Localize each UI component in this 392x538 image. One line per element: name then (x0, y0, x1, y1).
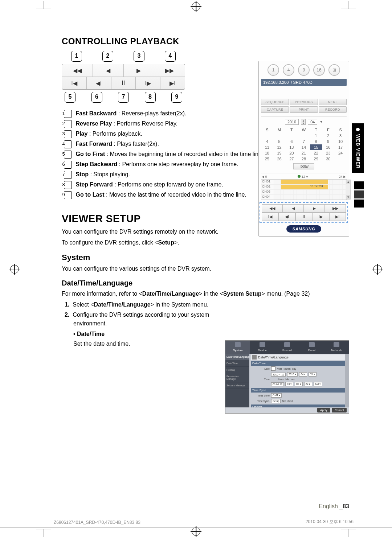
calendar-day[interactable]: 9 (322, 139, 335, 144)
date-value[interactable]: 2010-4-15 (271, 373, 286, 377)
settings-tab-event[interactable]: Event (299, 341, 324, 354)
calendar-day[interactable]: 17 (334, 144, 347, 150)
calendar-day[interactable]: 30 (322, 156, 335, 162)
vp-step-backward[interactable]: ◀I (278, 213, 295, 221)
timeline-scrollbar[interactable]: ▲▼ (346, 180, 351, 200)
vp-step-forward[interactable]: I▶ (312, 213, 329, 221)
go-last-button[interactable]: ▶I (160, 77, 185, 89)
dtl-intro: For more information, refer to <Date/Tim… (62, 289, 352, 298)
settings-side-item[interactable]: System Manage (225, 382, 249, 389)
today-button[interactable]: Today (293, 163, 314, 169)
calendar-day[interactable]: 24 (334, 150, 347, 156)
calendar-day[interactable]: 5 (273, 139, 286, 144)
month-select[interactable]: 04 ▾ (299, 372, 307, 377)
calendar-day[interactable]: 22 (310, 150, 322, 156)
split-extra-button[interactable]: ⊞ (328, 64, 340, 76)
settings-tab-network[interactable]: Network (324, 341, 349, 354)
settings-tab-device[interactable]: Device (250, 341, 275, 354)
settings-side-item[interactable]: Date/Time/Language (225, 354, 249, 360)
sec-select[interactable]: 22 ▾ (304, 382, 312, 386)
calendar-day[interactable]: 10 (334, 139, 347, 144)
vp-go-last[interactable]: ▶I (329, 213, 346, 221)
calendar-day[interactable]: 23 (322, 150, 335, 156)
playback-diagram: 1 2 3 4 ◀◀ ◀ ▶ ▶▶ I◀ ◀I II I▶ ▶I 5 6 7 (62, 51, 185, 103)
year-field[interactable]: 2010 (285, 119, 299, 125)
step-forward-button[interactable]: I▶ (136, 77, 160, 89)
vp-fast-forward[interactable]: ▶▶ (325, 204, 346, 213)
calendar-day[interactable]: 4 (261, 139, 273, 144)
cancel-button[interactable]: Cancel (332, 408, 347, 412)
step-1: 1. Select <Date/Time/Language> in the Sy… (73, 300, 229, 309)
day-select[interactable]: 15 ▾ (309, 372, 317, 377)
settings-scrollbar[interactable] (345, 354, 349, 407)
print-button[interactable]: PRINT (290, 106, 318, 113)
calendar-day[interactable]: 16 (322, 144, 335, 150)
stop-button[interactable]: II (111, 77, 136, 89)
vp-stop[interactable]: II (295, 213, 312, 221)
vp-reverse-play[interactable]: ◀ (283, 204, 304, 213)
page-footer: English _83 (319, 503, 349, 510)
tz-select[interactable]: GMT ▾ (271, 393, 282, 398)
calendar-day[interactable]: 19 (273, 150, 286, 156)
min-select[interactable]: 00 ▾ (295, 382, 303, 386)
month-field[interactable]: 04 (308, 119, 317, 125)
settings-tab-record[interactable]: Record (275, 341, 299, 354)
calendar-day[interactable]: 13 (285, 144, 298, 150)
calendar-day[interactable]: 1 (310, 133, 322, 139)
sequence-button[interactable]: SEQUENCE (261, 99, 289, 105)
settings-side-item[interactable]: Holiday (225, 367, 249, 373)
vp-go-first[interactable]: I◀ (262, 213, 278, 221)
time-value[interactable]: 03:00:22 (271, 382, 284, 386)
settings-side-item[interactable]: Date/Time (225, 360, 249, 367)
calendar-day[interactable]: 6 (285, 139, 298, 144)
date-checkbox[interactable] (271, 366, 275, 371)
calendar-day[interactable]: 15 (310, 144, 322, 150)
calendar-day[interactable]: 14 (298, 144, 310, 150)
step-backward-button[interactable]: ◀I (87, 77, 111, 89)
go-first-button[interactable]: I◀ (62, 77, 87, 89)
previous-button[interactable]: PREVIOUS (290, 99, 318, 105)
calendar-day[interactable]: 27 (285, 156, 298, 162)
timeline-row-ch04[interactable]: CH04 (261, 194, 346, 200)
timeline-row-ch03[interactable]: CH03 (261, 189, 346, 194)
calendar-day[interactable]: 8 (310, 139, 322, 144)
timesync-setup-button[interactable]: Setup (271, 399, 281, 403)
vp-fast-backward[interactable]: ◀◀ (262, 204, 283, 213)
settings-tab-system[interactable]: System (225, 341, 250, 354)
calendar-day[interactable]: 12 (273, 144, 286, 150)
year-spinner[interactable]: ▲▼ (301, 119, 306, 125)
play-button[interactable]: ▶ (124, 64, 155, 77)
calendar-day[interactable]: 28 (298, 156, 310, 162)
split-1-button[interactable]: 1 (268, 64, 279, 76)
print-meta: Z6806127401A_SRD-470,470D-IB_EN83 83 (54, 520, 140, 525)
split-16-button[interactable]: 16 (313, 64, 325, 76)
settings-side-item[interactable]: Permission Manage (225, 373, 249, 382)
fast-forward-button[interactable]: ▶▶ (154, 64, 185, 77)
calendar-day[interactable]: 11 (261, 144, 273, 150)
calendar-day[interactable]: 18 (261, 150, 273, 156)
fast-backward-button[interactable]: ◀◀ (62, 64, 93, 77)
apply-button[interactable]: Apply (317, 408, 330, 412)
next-button[interactable]: NEXT (319, 99, 347, 105)
calendar-day[interactable]: 21 (298, 150, 310, 156)
reverse-play-button[interactable]: ◀ (93, 64, 124, 77)
year-select[interactable]: 2010 ▾ (287, 372, 298, 377)
record-button[interactable]: RECORD (319, 106, 347, 113)
hour-select[interactable]: 03 ▾ (285, 382, 293, 386)
calendar-day[interactable]: 2 (322, 133, 335, 139)
calendar-day[interactable]: 26 (273, 156, 286, 162)
split-9-button[interactable]: 9 (298, 64, 310, 76)
timeline-row-ch01[interactable]: CH01 (261, 180, 346, 184)
calendar-day[interactable]: 25 (261, 156, 273, 162)
callout-6: 6 (91, 92, 102, 103)
vp-play[interactable]: ▶ (304, 204, 325, 213)
capture-button[interactable]: CAPTURE (261, 106, 289, 113)
split-4-button[interactable]: 4 (283, 64, 294, 76)
time-label: Time (252, 378, 270, 381)
calendar-day[interactable]: 20 (285, 150, 298, 156)
calendar-day[interactable]: 7 (298, 139, 310, 144)
ampm-select[interactable]: AM ▾ (314, 382, 322, 386)
calendar-day[interactable]: 3 (334, 133, 347, 139)
calendar-day[interactable]: 29 (310, 156, 322, 162)
timeline-row-ch02[interactable]: CH0211:58:23 (261, 184, 346, 189)
